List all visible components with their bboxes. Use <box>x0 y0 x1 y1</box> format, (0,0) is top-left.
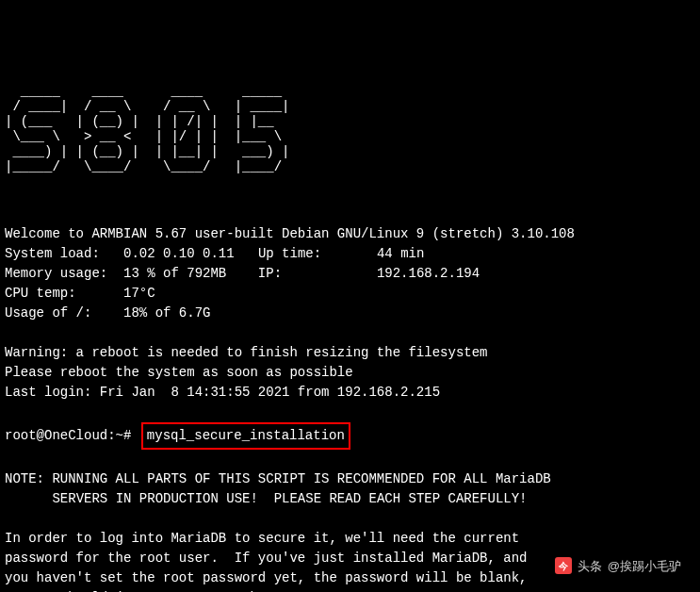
note-line-2: SERVERS IN PRODUCTION USE! PLEASE READ E… <box>5 491 528 506</box>
watermark-user: @挨踢小毛驴 <box>608 557 681 576</box>
warning-line-1: Warning: a reboot is needed to finish re… <box>5 345 487 360</box>
load-value: 0.02 0.10 0.11 <box>123 246 235 261</box>
terminal-output: Welcome to ARMBIAN 5.67 user-built Debia… <box>5 205 695 592</box>
mem-value: 13 % of 792MB <box>123 266 226 281</box>
cpu-label: CPU temp: <box>5 286 76 301</box>
mem-label: Memory usage: <box>5 266 107 281</box>
body-line-2: password for the root user. If you've ju… <box>5 551 528 566</box>
uptime-value: 44 min <box>377 246 424 261</box>
disk-value: 18% of 6.7G <box>123 305 210 321</box>
cpu-value: 17°C <box>123 286 155 301</box>
command-highlight: mysql_secure_installation <box>141 422 350 450</box>
load-label: System load: <box>5 246 100 261</box>
watermark: 今 头条 @挨踢小毛驴 <box>555 557 681 576</box>
last-login: Last login: Fri Jan 8 14:31:55 2021 from… <box>5 385 440 400</box>
body-line-1: In order to log into MariaDB to secure i… <box>5 531 519 546</box>
ip-value: 192.168.2.194 <box>377 266 480 281</box>
shell-prompt: root@OneCloud:~# <box>5 428 131 443</box>
watermark-logo-icon: 今 <box>555 557 572 574</box>
watermark-brand: 头条 <box>578 557 602 576</box>
welcome-line: Welcome to ARMBIAN 5.67 user-built Debia… <box>5 226 575 241</box>
disk-label: Usage of /: <box>5 305 91 321</box>
ascii-banner: _____ ____ ____ _____ / ____| / __ \ / _… <box>5 84 695 175</box>
note-line-1: NOTE: RUNNING ALL PARTS OF THIS SCRIPT I… <box>5 471 551 486</box>
warning-line-2: Please reboot the system as soon as poss… <box>5 365 353 380</box>
command-text[interactable]: mysql_secure_installation <box>147 428 345 443</box>
body-line-3: you haven't set the root password yet, t… <box>5 570 528 585</box>
uptime-label: Up time: <box>258 246 321 261</box>
ip-label: IP: <box>258 266 282 281</box>
